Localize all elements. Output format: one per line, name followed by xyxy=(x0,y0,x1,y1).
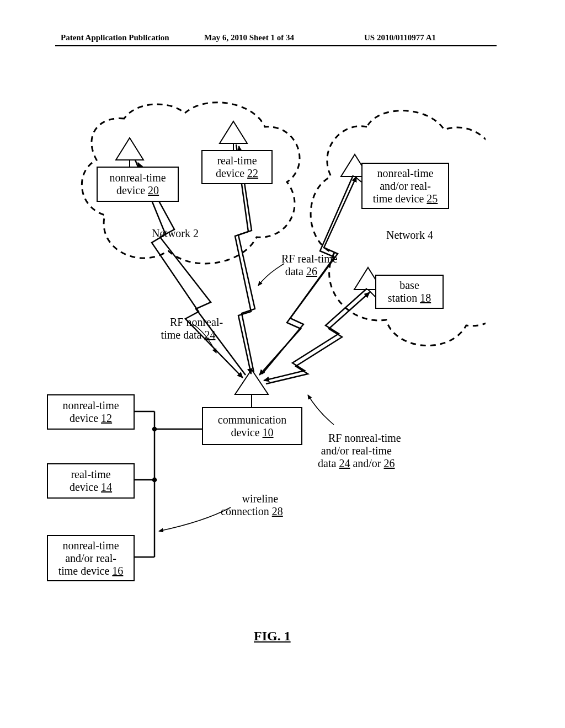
header-right: US 2010/0110977 A1 xyxy=(364,33,436,42)
antenna-icon xyxy=(235,370,268,408)
label-pointer-28 xyxy=(159,507,231,531)
rf-link-18 xyxy=(264,288,370,384)
antenna-icon xyxy=(116,138,143,168)
cloud-network-4 xyxy=(311,111,486,346)
svg-line-2 xyxy=(355,176,361,182)
header-rule xyxy=(55,45,497,46)
svg-point-11 xyxy=(153,478,156,481)
figure-caption: FIG. 1 xyxy=(254,629,291,644)
box-base-18: base station 18 xyxy=(375,275,444,309)
figure-1: Network 2 Network 4 nonreal-time device … xyxy=(66,99,486,651)
box-comm-10: communication device 10 xyxy=(202,407,302,445)
wireline-bus xyxy=(132,411,202,557)
label-rf-rt-26: RF real-time data 26 xyxy=(265,240,338,291)
box-nonreal-20: nonreal-time device 20 xyxy=(97,167,179,202)
header-center: May 6, 2010 Sheet 1 of 34 xyxy=(204,33,294,42)
box-nrt-12: nonreal-time device 12 xyxy=(47,394,135,430)
box-nrt-16: nonreal-time and/or real- time device 16 xyxy=(47,535,135,581)
box-nrt-25: nonreal-time and/or real- time device 25 xyxy=(361,163,449,209)
box-rt-14: real-time device 14 xyxy=(47,463,135,499)
label-wireline-28: wireline connection 28 xyxy=(221,480,283,531)
header-left: Patent Application Publication xyxy=(61,33,169,42)
svg-line-3 xyxy=(368,290,375,297)
antenna-icon xyxy=(220,121,247,152)
svg-point-10 xyxy=(153,427,156,431)
box-real-22: real-time device 22 xyxy=(201,150,273,184)
network-4-label: Network 4 xyxy=(386,229,433,242)
label-rf-nrt-24: RF nonreal- time data 24 xyxy=(153,303,223,354)
network-2-label: Network 2 xyxy=(152,227,199,240)
page: Patent Application Publication May 6, 20… xyxy=(0,0,565,728)
label-rf-mix: RF nonreal-time and/or real-time data 24… xyxy=(312,419,401,483)
